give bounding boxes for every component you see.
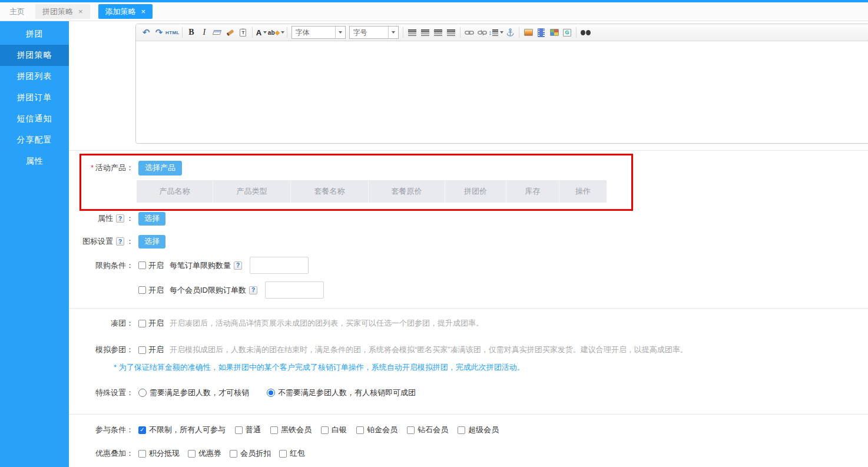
sidebar-item-list[interactable]: 拼团列表 bbox=[0, 66, 69, 87]
join-option-checkbox[interactable] bbox=[356, 426, 364, 434]
section-divider bbox=[69, 414, 868, 415]
join-option-checkbox[interactable] bbox=[458, 426, 465, 434]
join-option-checkbox[interactable] bbox=[270, 426, 278, 434]
highlight-color-icon[interactable]: ab bbox=[268, 25, 284, 39]
discount-option[interactable]: 红包 bbox=[279, 448, 305, 459]
help-icon[interactable]: ? bbox=[249, 286, 257, 294]
limit-per-member-checkbox[interactable] bbox=[138, 286, 146, 294]
per-order-limit-input[interactable] bbox=[250, 257, 309, 274]
field-label: 属性 ? ： bbox=[69, 213, 134, 224]
toggle-label: 开启 bbox=[148, 260, 164, 271]
insert-link-icon[interactable] bbox=[463, 25, 476, 39]
font-color-icon[interactable]: A bbox=[255, 25, 268, 39]
simulate-note-row: * 为了保证结算金额的准确性，如果拼团中的某个客户完成了核销订单操作，系统自动开… bbox=[69, 362, 525, 373]
special-option-radio[interactable] bbox=[267, 389, 275, 397]
special-option[interactable]: 需要满足参团人数，才可核销 bbox=[138, 387, 249, 398]
join-option[interactable]: 不限制，所有人可参与 bbox=[138, 425, 226, 435]
eraser-icon[interactable] bbox=[211, 25, 224, 39]
tab-label: 拼团策略 bbox=[42, 6, 73, 17]
align-justify-icon[interactable] bbox=[445, 25, 458, 39]
limit-per-order-checkbox[interactable] bbox=[138, 261, 146, 269]
column-header: 套餐原价 bbox=[369, 180, 445, 203]
sidebar-item-sms-notify[interactable]: 短信通知 bbox=[0, 108, 69, 130]
align-right-icon[interactable] bbox=[432, 25, 445, 39]
tab-pintuan-strategy[interactable]: 拼团策略 × bbox=[35, 4, 90, 19]
sidebar-item-label: 分享配置 bbox=[17, 135, 52, 145]
discount-option-checkbox[interactable] bbox=[279, 450, 287, 458]
editor-body[interactable] bbox=[136, 41, 868, 143]
attribute-select-button[interactable]: 选择 bbox=[138, 212, 165, 226]
insert-image-icon[interactable] bbox=[522, 25, 535, 39]
redo-icon[interactable]: ↷ bbox=[153, 25, 165, 39]
join-option-checkbox[interactable] bbox=[138, 426, 146, 434]
product-table-header: 产品名称 产品类型 套餐名称 套餐原价 拼团价 库存 操作 bbox=[137, 180, 607, 203]
line-height-icon[interactable]: ↕ bbox=[489, 25, 504, 39]
insert-video-icon[interactable] bbox=[535, 25, 548, 39]
anchor-icon[interactable] bbox=[503, 25, 516, 39]
field-label: 图标设置 ? ： bbox=[69, 236, 134, 247]
html-source-icon[interactable]: HTML bbox=[165, 25, 180, 39]
sidebar-item-orders[interactable]: 拼团订单 bbox=[0, 87, 69, 108]
toggle-label: 开启 bbox=[148, 345, 164, 355]
toolbar-divider bbox=[519, 27, 519, 38]
discount-option-checkbox[interactable] bbox=[188, 450, 196, 458]
special-option-radio[interactable] bbox=[138, 389, 147, 397]
join-option-checkbox[interactable] bbox=[407, 426, 415, 434]
toolbar-divider bbox=[182, 27, 183, 38]
tab-home[interactable]: 主页 bbox=[7, 4, 27, 19]
help-icon[interactable]: ? bbox=[234, 261, 242, 270]
sidebar-item-label: 属性 bbox=[26, 156, 44, 167]
join-option[interactable]: 超级会员 bbox=[458, 425, 499, 435]
special-option[interactable]: 不需要满足参团人数，有人核销即可成团 bbox=[267, 387, 416, 398]
discount-option[interactable]: 积分抵现 bbox=[138, 448, 180, 459]
sidebar: 拼团 拼团策略 拼团列表 拼团订单 短信通知 分享配置 属性 bbox=[0, 21, 69, 467]
icon-select-button[interactable]: 选择 bbox=[138, 235, 165, 249]
italic-icon[interactable]: I bbox=[198, 25, 211, 39]
close-icon[interactable]: × bbox=[78, 8, 83, 15]
find-replace-icon[interactable] bbox=[579, 25, 592, 39]
align-center-icon[interactable] bbox=[419, 25, 432, 39]
select-product-button[interactable]: 选择产品 bbox=[138, 161, 182, 175]
coutuan-checkbox[interactable] bbox=[138, 320, 146, 327]
discount-option[interactable]: 优惠券 bbox=[188, 448, 221, 459]
join-option-checkbox[interactable] bbox=[235, 426, 243, 434]
sidebar-item-strategy[interactable]: 拼团策略 bbox=[0, 45, 69, 66]
join-option[interactable]: 普通 bbox=[235, 425, 261, 435]
align-left-icon[interactable] bbox=[406, 25, 419, 39]
undo-icon[interactable]: ↶ bbox=[140, 25, 153, 39]
bold-icon[interactable]: B bbox=[185, 25, 198, 39]
tab-add-strategy[interactable]: 添加策略 × bbox=[98, 4, 153, 19]
field-label: * 活动产品： bbox=[69, 163, 134, 173]
toolbar-divider bbox=[287, 27, 287, 38]
join-option[interactable]: 铂金会员 bbox=[356, 425, 397, 435]
toggle-label: 开启 bbox=[148, 285, 164, 296]
join-option[interactable]: 黑铁会员 bbox=[270, 425, 312, 435]
discount-option[interactable]: 会员折扣 bbox=[230, 448, 271, 459]
join-option[interactable]: 钻石会员 bbox=[407, 425, 448, 435]
join-option-checkbox[interactable] bbox=[321, 426, 329, 434]
close-icon[interactable]: × bbox=[141, 8, 146, 15]
join-option[interactable]: 白银 bbox=[321, 425, 347, 435]
font-family-select[interactable]: 字体 bbox=[291, 26, 346, 39]
font-size-select[interactable]: 字号 bbox=[349, 26, 399, 39]
coutuan-row: 凑团： 开启 开启凑团后，活动商品详情页展示未成团的团列表，买家可以任选一个团参… bbox=[69, 317, 483, 329]
column-header: 产品名称 bbox=[137, 180, 213, 203]
remove-link-icon[interactable] bbox=[476, 25, 489, 39]
simulate-checkbox[interactable] bbox=[138, 346, 146, 354]
insert-image-map-icon[interactable] bbox=[548, 25, 561, 39]
help-icon[interactable]: ? bbox=[116, 214, 124, 223]
per-member-limit-input[interactable] bbox=[265, 281, 324, 299]
discount-option-checkbox[interactable] bbox=[138, 450, 146, 458]
checkbox-label: 积分抵现 bbox=[149, 448, 180, 459]
sidebar-item-share-config[interactable]: 分享配置 bbox=[0, 130, 69, 151]
toolbar-divider bbox=[460, 27, 460, 38]
insert-media-icon[interactable] bbox=[561, 25, 574, 39]
format-brush-icon[interactable] bbox=[224, 25, 237, 39]
help-icon[interactable]: ? bbox=[116, 237, 124, 246]
sidebar-item-group-buy[interactable]: 拼团 bbox=[0, 24, 69, 45]
discount-option-checkbox[interactable] bbox=[230, 450, 237, 458]
sidebar-item-attributes[interactable]: 属性 bbox=[0, 151, 69, 172]
paste-as-text-icon[interactable] bbox=[237, 25, 250, 39]
column-header: 产品类型 bbox=[213, 180, 291, 203]
toolbar-divider bbox=[252, 27, 253, 38]
